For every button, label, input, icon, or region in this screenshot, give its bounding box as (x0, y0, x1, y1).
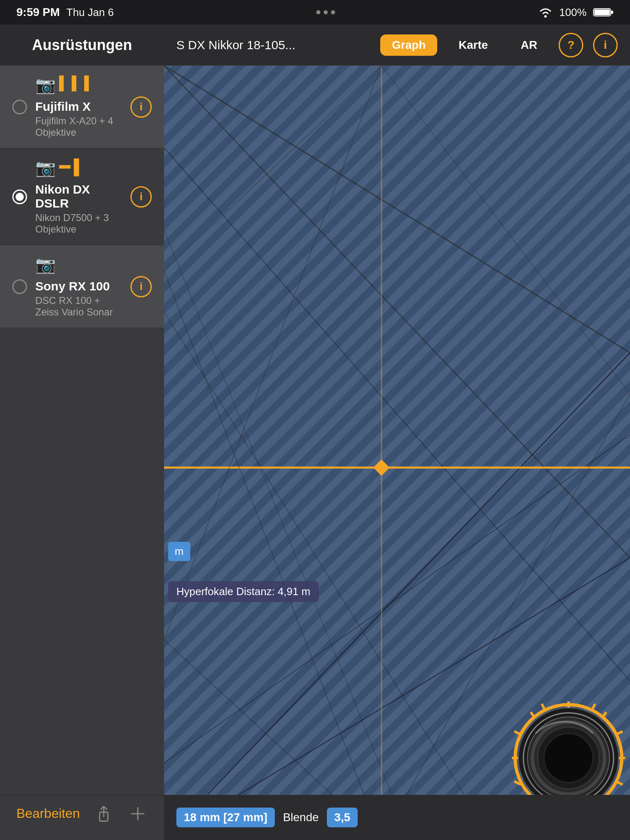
hyperfocal-text: Hyperfokale Distanz: 4,91 m (176, 585, 310, 598)
ar-button[interactable]: AR (509, 34, 549, 56)
svg-line-32 (602, 712, 606, 718)
equipment-desc-sony: DSC RX 100 + Zeiss Vario Sonar (35, 295, 122, 318)
svg-point-0 (544, 15, 547, 18)
add-button[interactable] (128, 804, 148, 824)
left-panel: 📷 ▌ ▌ ▌ Fujifilm X Fujifilm X-A20 + 4 Ob… (0, 66, 164, 840)
equipment-item-fujifilm[interactable]: 📷 ▌ ▌ ▌ Fujifilm X Fujifilm X-A20 + 4 Ob… (0, 66, 164, 148)
radio-sony[interactable] (12, 279, 27, 294)
equipment-list: 📷 ▌ ▌ ▌ Fujifilm X Fujifilm X-A20 + 4 Ob… (0, 66, 164, 795)
equipment-name-sony: Sony RX 100 (35, 279, 122, 293)
camera-icon-fujifilm: 📷 (35, 75, 56, 95)
info-button-fujifilm[interactable]: i (130, 96, 152, 118)
svg-line-34 (514, 731, 521, 735)
svg-line-40 (592, 704, 595, 710)
info-nav-button[interactable]: i (593, 33, 618, 57)
equipment-icons-fujifilm: 📷 ▌ ▌ ▌ (35, 75, 122, 95)
info-icon-nikon: i (139, 190, 142, 203)
battery-text: 100% (559, 6, 587, 19)
edit-button[interactable]: Bearbeiten (16, 806, 80, 821)
equipment-name-fujifilm: Fujifilm X (35, 100, 122, 114)
status-right: 100% (538, 6, 614, 19)
focal-length-tag: 18 mm [27 mm] (176, 808, 275, 827)
distance-value: m (175, 545, 184, 557)
equipment-desc-nikon: Nikon D7500 + 3 Objektive (35, 212, 122, 235)
svg-line-30 (531, 712, 535, 718)
distance-marker: m (168, 542, 190, 561)
equipment-content-nikon: 📷 ▬ ▌ Nikon DX DSLR Nikon D7500 + 3 Obje… (35, 158, 122, 235)
lens-icon-1: ▌ (59, 75, 68, 95)
lens-title: S DX Nikkor 18-105... (176, 38, 370, 52)
nav-bar: Ausrüstungen S DX Nikkor 18-105... Graph… (0, 25, 630, 66)
info-nav-icon: i (604, 39, 607, 52)
svg-line-21 (164, 271, 381, 840)
equipment-content-sony: 📷 Sony RX 100 DSC RX 100 + Zeiss Vario S… (35, 255, 122, 318)
info-button-nikon[interactable]: i (130, 186, 152, 208)
svg-line-20 (164, 66, 381, 640)
equipment-content-fujifilm: 📷 ▌ ▌ ▌ Fujifilm X Fujifilm X-A20 + 4 Ob… (35, 75, 122, 138)
status-bar: 9:59 PM Thu Jan 6 100% (0, 0, 630, 25)
status-date: Thu Jan 6 (66, 6, 114, 19)
nav-right-section: S DX Nikkor 18-105... Graph Karte AR ? i (164, 33, 630, 57)
blende-label: Blende (283, 811, 319, 824)
focal-length-text: 18 mm [27 mm] (184, 811, 267, 824)
help-button[interactable]: ? (559, 33, 583, 57)
equipment-item-nikon[interactable]: 📷 ▬ ▌ Nikon DX DSLR Nikon D7500 + 3 Obje… (0, 148, 164, 245)
equipment-name-nikon: Nikon DX DSLR (35, 183, 122, 210)
bottom-info-bar: 18 mm [27 mm] Blende 3,5 (164, 795, 630, 840)
svg-line-24 (381, 66, 630, 394)
karte-button[interactable]: Karte (447, 34, 500, 56)
lens-icon-3: ▌ (84, 75, 94, 95)
question-icon: ? (567, 39, 574, 52)
equipment-item-sony[interactable]: 📷 Sony RX 100 DSC RX 100 + Zeiss Vario S… (0, 245, 164, 328)
equipment-icons-sony: 📷 (35, 255, 122, 274)
nav-left-section: Ausrüstungen (0, 37, 164, 54)
svg-point-47 (544, 733, 593, 783)
info-button-sony[interactable]: i (130, 276, 152, 297)
equipment-icons-nikon: 📷 ▬ ▌ (35, 158, 122, 178)
svg-line-35 (616, 781, 623, 785)
blende-value: 3,5 (327, 808, 358, 827)
svg-line-8 (164, 66, 630, 353)
equipment-desc-fujifilm: Fujifilm X-A20 + 4 Objektive (35, 115, 122, 138)
info-icon-sony: i (139, 280, 142, 293)
svg-line-19 (164, 66, 381, 271)
window-dots (316, 10, 335, 14)
hyperfocal-label: Hyperfokale Distanz: 4,91 m (168, 581, 319, 602)
svg-line-15 (164, 230, 410, 840)
blende-number: 3,5 (334, 811, 350, 824)
radio-fujifilm[interactable] (12, 100, 27, 114)
svg-line-36 (616, 731, 623, 735)
graph-button[interactable]: Graph (380, 34, 437, 56)
radio-dot-nikon (16, 193, 24, 201)
share-icon (94, 804, 114, 824)
svg-line-38 (542, 704, 545, 710)
status-time: 9:59 PM (16, 6, 60, 19)
battery-icon (593, 7, 614, 18)
lens-icon-nikon-2: ▌ (74, 158, 84, 178)
share-button[interactable] (94, 804, 114, 824)
svg-rect-2 (611, 11, 613, 14)
radio-nikon[interactable] (12, 189, 27, 204)
svg-rect-3 (594, 9, 610, 15)
wifi-icon (538, 7, 553, 18)
lens-icon-nikon-1: ▬ (59, 158, 71, 178)
bottom-toolbar: Bearbeiten (0, 795, 164, 840)
svg-line-14 (164, 312, 492, 840)
nav-title: Ausrüstungen (32, 37, 132, 54)
info-icon-fujifilm: i (139, 100, 142, 113)
right-panel: m Hyperfokale Distanz: 4,91 m (164, 66, 630, 840)
camera-icon-nikon: 📷 (35, 158, 56, 178)
plus-icon (128, 804, 148, 824)
camera-icon-sony: 📷 (35, 255, 56, 274)
lens-icon-2: ▌ (72, 75, 81, 95)
